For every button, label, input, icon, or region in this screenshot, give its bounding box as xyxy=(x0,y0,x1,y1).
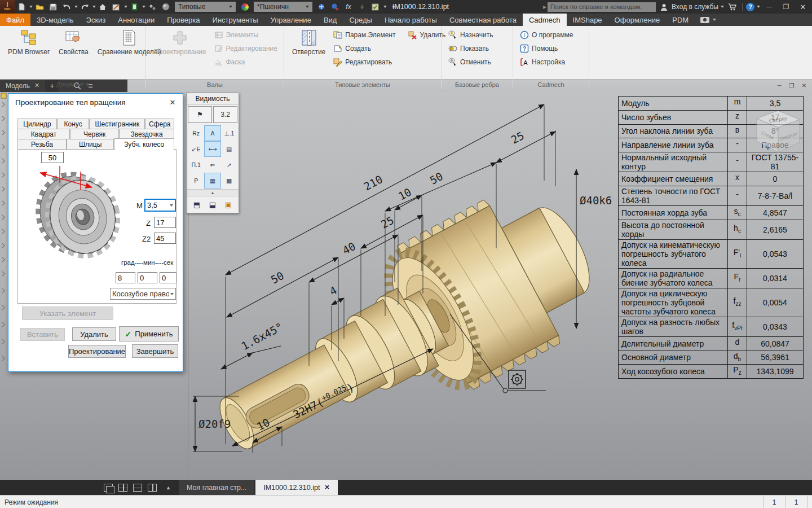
cart-icon[interactable] xyxy=(725,1,739,13)
tab-sphere[interactable]: Сфера xyxy=(145,119,174,129)
help-item[interactable]: ? Помощь xyxy=(518,42,575,55)
insert-button[interactable]: Вставить xyxy=(20,328,65,341)
appearance-select[interactable]: *Пшеничн xyxy=(254,2,312,12)
tab-design[interactable]: Оформление xyxy=(608,14,667,26)
sign-in-button[interactable]: Вход в службы xyxy=(672,3,718,11)
group-typical-label[interactable]: Типовые элементы xyxy=(284,81,441,88)
show-edge-item[interactable]: Показать xyxy=(446,42,495,55)
group-shafts-label[interactable]: Валы xyxy=(146,81,284,88)
help-dropdown[interactable] xyxy=(757,6,760,8)
undo-button[interactable] xyxy=(60,1,73,13)
horizontal-split-icon[interactable] xyxy=(133,484,142,492)
group-document-label[interactable]: Документ ▾ xyxy=(0,81,145,88)
doc-minimize-button[interactable]: ─ xyxy=(775,81,784,90)
doc-tab-home[interactable]: Моя главная стр... xyxy=(179,480,254,495)
group-edges-label[interactable]: Базовые ребра xyxy=(442,81,513,88)
material-sphere-icon[interactable] xyxy=(159,1,173,13)
tab-tools[interactable]: Инструменты xyxy=(206,14,264,26)
vertical-split-icon[interactable] xyxy=(148,484,157,492)
tab-sketch[interactable]: Эскиз xyxy=(80,14,112,26)
add-button[interactable]: + xyxy=(355,1,369,13)
table-edit-button[interactable]: ▩ xyxy=(221,173,237,189)
dialog-close-button[interactable]: ✕ xyxy=(168,98,177,107)
help-icon[interactable]: ? xyxy=(746,3,754,11)
new-file-button[interactable] xyxy=(15,1,28,13)
teeth-count-input[interactable] xyxy=(154,217,176,228)
camera-tab-dropdown[interactable] xyxy=(695,14,722,26)
shaft-edit-item[interactable]: Редактирование xyxy=(212,42,280,55)
doc-close-button[interactable]: ✕ xyxy=(800,81,809,90)
edit-element-item[interactable]: Редактировать xyxy=(331,55,448,69)
roughness-visibility-button[interactable]: 3.2 xyxy=(213,106,237,123)
sketch-button[interactable] xyxy=(109,1,123,13)
tab-collaborate[interactable]: Совместная работа xyxy=(443,14,523,26)
sketch-state-button[interactable]: ⬓ xyxy=(206,198,219,211)
angle-sec-input[interactable] xyxy=(160,272,176,283)
apply-state-button[interactable]: ▣ xyxy=(222,198,235,211)
about-item[interactable]: i О программе xyxy=(518,28,575,42)
tab-splines[interactable]: Шлицы xyxy=(67,139,114,149)
shaft-design-button[interactable]: Проектирование xyxy=(151,27,210,56)
checklist-button[interactable] xyxy=(369,1,382,13)
pick-element-button[interactable]: Указать элемент xyxy=(22,306,113,320)
gear-type-combobox[interactable]: Косозубое правое xyxy=(110,288,176,300)
cascade-windows-icon[interactable] xyxy=(104,484,113,492)
doc-tab-current[interactable]: IM1000.12.310.ipt ✕ xyxy=(255,480,337,495)
tab-cone[interactable]: Конус xyxy=(57,119,89,129)
help-search-input[interactable] xyxy=(548,2,656,12)
tab-thread[interactable]: Резьба xyxy=(17,139,67,149)
doc-tab-close-icon[interactable]: ✕ xyxy=(324,484,329,491)
tab-annotations[interactable]: Аннотации xyxy=(112,14,161,26)
search-expand-icon[interactable]: ▸ xyxy=(543,3,546,11)
tab-imshape[interactable]: IMShape xyxy=(567,14,608,26)
tab-environments[interactable]: Среды xyxy=(343,14,378,26)
panel-collapse-bar[interactable]: ▲ xyxy=(187,189,239,196)
tab-square[interactable]: Квадрат xyxy=(17,129,70,139)
tab-3d-model[interactable]: 3D-модель xyxy=(30,14,80,26)
clear-appearance-icon[interactable] xyxy=(328,1,342,13)
tab-inspect[interactable]: Проверка xyxy=(161,14,206,26)
tab-cadmech[interactable]: Cadmech xyxy=(523,14,567,26)
home-button[interactable] xyxy=(96,1,109,13)
cancel-edge-item[interactable]: Отменить xyxy=(446,55,495,69)
redo-button[interactable] xyxy=(78,1,91,13)
update-button[interactable] xyxy=(127,1,141,13)
expand-tabs-icon[interactable]: ▲ xyxy=(166,485,171,491)
material-style-select[interactable]: Типовые xyxy=(175,2,236,12)
visibility-panel-title[interactable]: Видимость xyxy=(187,93,239,104)
group-cadmech-label[interactable]: Cadmech xyxy=(513,81,589,88)
centerline-button[interactable]: ⇐ xyxy=(204,157,220,173)
save-button[interactable] xyxy=(46,1,60,13)
flag-visibility-button[interactable]: ⚑ xyxy=(188,106,212,123)
rz-tolerance-button[interactable]: Rz xyxy=(188,125,204,141)
module-combobox[interactable]: 3,5 xyxy=(144,199,176,212)
param-element-item[interactable]: Парам.Элемент xyxy=(331,28,398,42)
fx-parameters-button[interactable]: fx xyxy=(342,1,355,13)
p-symbol-button[interactable]: P xyxy=(188,173,204,189)
create-element-item[interactable]: Создать xyxy=(331,42,448,55)
datum-button[interactable]: ⊥.1 xyxy=(221,125,237,141)
chamfer-item[interactable]: Фаска xyxy=(212,55,280,69)
tab-pdm[interactable]: PDM xyxy=(666,14,695,26)
tab-file[interactable]: Файл xyxy=(0,14,30,26)
adjust-appearance-icon[interactable] xyxy=(315,1,328,13)
tab-cylinder[interactable]: Цилиндр xyxy=(17,119,57,129)
tab-view[interactable]: Вид xyxy=(317,14,343,26)
arrow-note-button[interactable]: ↗ xyxy=(221,157,237,173)
finish-button[interactable]: Завершить xyxy=(132,344,178,358)
tab-hexagon[interactable]: Шестигранник xyxy=(89,119,145,129)
teeth-count2-input[interactable] xyxy=(154,233,176,244)
tile-windows-icon[interactable] xyxy=(118,484,127,492)
restore-button[interactable]: ❐ xyxy=(778,1,794,13)
tab-worm[interactable]: Червяк xyxy=(70,129,119,139)
gear-width-input[interactable] xyxy=(41,152,64,163)
shaft-elements-item[interactable]: Элементы xyxy=(212,28,280,42)
angle-min-input[interactable] xyxy=(138,272,157,283)
measure-button[interactable] xyxy=(145,1,159,13)
delete-button[interactable]: Удалить xyxy=(72,327,116,341)
design-button[interactable]: Проектирование xyxy=(68,345,126,358)
pdm-browser-button[interactable]: PDM Browser xyxy=(5,27,53,56)
open-button[interactable] xyxy=(33,1,46,13)
tab-manage[interactable]: Управление xyxy=(264,14,317,26)
color-wheel-icon[interactable] xyxy=(238,1,251,13)
